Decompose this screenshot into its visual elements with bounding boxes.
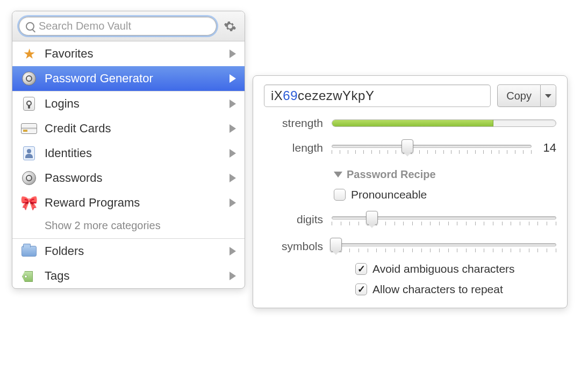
pronounceable-label: Pronounceable	[351, 188, 427, 201]
settings-button[interactable]	[222, 18, 238, 34]
show-more-categories[interactable]: Show 2 more categories	[12, 215, 245, 238]
search-field[interactable]	[19, 17, 217, 36]
chevron-right-icon	[230, 174, 236, 182]
sidebar-item-tags[interactable]: Tags	[12, 264, 245, 288]
sidebar-item-label: Password Generator	[45, 72, 222, 86]
sidebar-item-logins[interactable]: Logins	[12, 91, 245, 116]
slider-thumb[interactable]	[401, 139, 413, 153]
sidebar-item-folders[interactable]: Folders	[12, 239, 245, 264]
recipe-header-label: Password Recipe	[347, 168, 436, 181]
safe-dial-icon	[21, 170, 37, 186]
sidebar-item-label: Identities	[45, 146, 222, 160]
sidebar-item-label: Passwords	[45, 171, 222, 185]
length-value: 14	[539, 141, 556, 155]
sidebar-item-credit-cards[interactable]: Credit Cards	[12, 116, 245, 141]
sidebar-item-label: Logins	[45, 97, 222, 111]
chevron-right-icon	[230, 124, 236, 133]
sidebar-item-identities[interactable]: Identities	[12, 141, 245, 166]
allow-repeat-row: Allow characters to repeat	[355, 283, 556, 296]
pronounceable-checkbox[interactable]	[334, 189, 346, 201]
sidebar-item-favorites[interactable]: ★ Favorites	[12, 41, 245, 66]
digits-slider[interactable]	[332, 211, 556, 228]
slider-thumb[interactable]	[330, 238, 342, 252]
sidebar-item-password-generator[interactable]: Password Generator	[12, 66, 245, 91]
chevron-right-icon	[230, 198, 236, 207]
search-bar	[12, 11, 245, 41]
sidebar-item-label: Folders	[45, 244, 222, 258]
password-recipe-toggle[interactable]: Password Recipe	[334, 168, 556, 181]
chevron-down-icon	[545, 94, 551, 98]
generated-password-field[interactable]: iX69cezezwYkpY	[264, 84, 491, 107]
symbols-slider[interactable]	[332, 238, 556, 255]
folder-icon	[21, 243, 37, 259]
allow-repeat-label: Allow characters to repeat	[372, 283, 503, 296]
copy-button-group: Copy	[497, 84, 556, 107]
allow-repeat-checkbox[interactable]	[355, 283, 367, 295]
sidebar-item-passwords[interactable]: Passwords	[12, 166, 245, 190]
identity-icon	[21, 145, 37, 161]
sidebar-item-label: Tags	[45, 269, 222, 283]
length-label: length	[264, 141, 323, 154]
slider-thumb[interactable]	[366, 211, 378, 225]
safe-dial-icon	[21, 70, 37, 87]
tag-icon	[21, 268, 37, 284]
sidebar-item-label: Credit Cards	[45, 122, 222, 136]
sidebar-item-label: Favorites	[45, 47, 222, 61]
strength-label: strength	[264, 117, 323, 130]
bow-icon: 🎀	[21, 195, 37, 211]
chevron-right-icon	[230, 100, 236, 108]
strength-meter-fill	[332, 120, 493, 126]
disclosure-triangle-icon	[334, 172, 342, 178]
sidebar-list: ★ Favorites Password Generator Logins Cr…	[12, 41, 245, 288]
password-generator-panel: iX69cezezwYkpY Copy strength length 14	[253, 75, 568, 308]
digits-label: digits	[264, 213, 323, 226]
search-input[interactable]	[38, 19, 210, 33]
sidebar-item-reward-programs[interactable]: 🎀 Reward Programs	[12, 190, 245, 215]
gear-icon	[224, 20, 236, 33]
sidebar-item-label: Reward Programs	[45, 196, 222, 210]
strength-meter	[332, 119, 556, 127]
credit-card-icon	[21, 120, 37, 137]
copy-button[interactable]: Copy	[497, 84, 540, 107]
chevron-right-icon	[230, 272, 236, 280]
chevron-right-icon	[230, 74, 236, 83]
search-icon	[26, 22, 34, 31]
symbols-label: symbols	[264, 240, 323, 253]
avoid-ambiguous-row: Avoid ambiguous characters	[355, 263, 556, 275]
copy-dropdown-button[interactable]	[540, 84, 556, 107]
chevron-right-icon	[230, 49, 236, 58]
sidebar: ★ Favorites Password Generator Logins Cr…	[12, 11, 245, 289]
star-icon: ★	[21, 46, 37, 62]
avoid-ambiguous-checkbox[interactable]	[355, 263, 367, 275]
keyhole-icon	[21, 96, 37, 112]
chevron-right-icon	[230, 247, 236, 256]
avoid-ambiguous-label: Avoid ambiguous characters	[372, 263, 515, 275]
chevron-right-icon	[230, 149, 236, 158]
length-slider[interactable]	[332, 139, 532, 157]
pronounceable-row: Pronounceable	[334, 188, 556, 201]
